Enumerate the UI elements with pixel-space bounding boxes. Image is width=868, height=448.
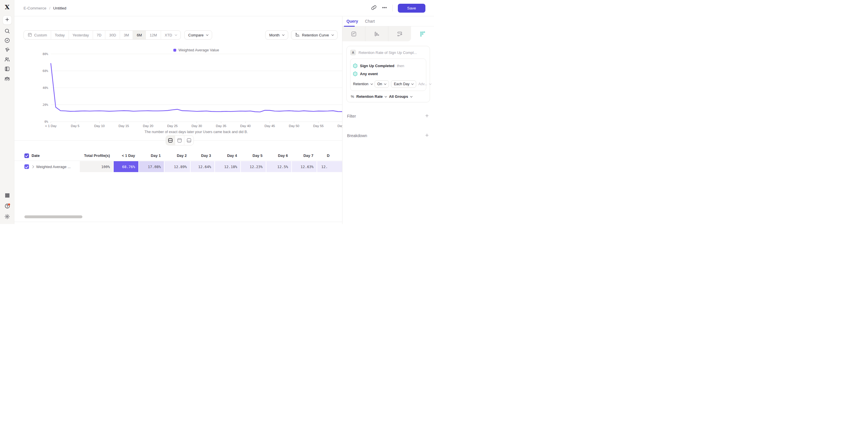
report-type-switcher	[342, 26, 434, 41]
boards-icon[interactable]	[0, 66, 14, 72]
svg-text:Day 25: Day 25	[167, 124, 178, 128]
cell-day7[interactable]: 12.63%	[291, 161, 317, 172]
select-all-checkbox[interactable]	[24, 153, 29, 158]
layout-table-only-button[interactable]	[184, 136, 193, 145]
settings-gear-icon[interactable]	[0, 214, 14, 219]
cell-total-profiles[interactable]: 100%	[79, 161, 113, 172]
retention-report-tab-active[interactable]	[411, 26, 434, 41]
active-tab-underline	[344, 26, 355, 27]
retention-table: Date Total Profile(s) < 1 Day Day 1 Day …	[14, 150, 342, 172]
chevron-down-icon	[206, 33, 208, 36]
row-checkbox[interactable]	[24, 164, 29, 169]
retention-type-dropdown[interactable]: Retention	[353, 82, 373, 86]
create-new-button[interactable]	[3, 15, 12, 25]
date-range-3m[interactable]: 3M	[120, 31, 133, 39]
date-range-today[interactable]: Today	[51, 31, 69, 39]
chevron-down-icon	[411, 82, 414, 84]
cell-day3[interactable]: 12.64%	[190, 161, 214, 172]
return-event-row[interactable]: Any event	[353, 70, 423, 78]
column-header-day1[interactable]: Day 1	[138, 150, 164, 161]
cell-day8-clipped[interactable]: 12.	[317, 161, 342, 172]
save-button[interactable]: Save	[398, 4, 425, 12]
groups-dropdown[interactable]: All Groups	[389, 94, 412, 99]
mixpanel-logo[interactable]: X	[0, 3, 14, 11]
date-range-xtd[interactable]: XTD	[161, 31, 181, 39]
horizontal-scrollbar-thumb[interactable]	[24, 215, 82, 218]
retention-line-chart[interactable]: 0%20%40%60%80%< 1 DayDay 5Day 10Day 15Da…	[34, 51, 342, 131]
layout-split-view-button[interactable]	[166, 136, 175, 145]
help-icon[interactable]	[0, 203, 14, 209]
percent-symbol: %	[351, 94, 354, 99]
column-header-day8-clipped[interactable]: D	[317, 150, 342, 161]
svg-text:80%: 80%	[42, 52, 48, 56]
top-bar: E-Commerce / Untitled Save	[14, 0, 434, 16]
date-range-12m[interactable]: 12M	[146, 31, 161, 39]
first-event-row[interactable]: Sign Up Completed then	[353, 62, 423, 70]
insights-report-tab[interactable]	[342, 26, 365, 41]
breadcrumb-report-title[interactable]: Untitled	[53, 6, 66, 10]
column-header-day3[interactable]: Day 3	[190, 150, 214, 161]
metric-dropdown[interactable]: Retention Rate	[356, 94, 387, 99]
advanced-dropdown[interactable]: Adv...	[418, 82, 431, 86]
search-icon[interactable]	[0, 28, 14, 34]
column-header-day5[interactable]: Day 5	[240, 150, 266, 161]
date-range-yesterday[interactable]: Yesterday	[69, 31, 93, 39]
events-cursor-icon[interactable]	[0, 47, 14, 53]
add-filter-button[interactable]	[425, 113, 429, 119]
layout-chart-only-button[interactable]	[175, 136, 184, 145]
cohorts-icon[interactable]	[0, 76, 14, 82]
cell-day4[interactable]: 12.18%	[214, 161, 241, 172]
granularity-button[interactable]: Month	[265, 30, 288, 40]
query-panel: Query Chart A Retention Rate of Sign Up …	[342, 16, 434, 224]
svg-text:Day 40: Day 40	[240, 124, 251, 128]
tab-chart[interactable]: Chart	[365, 19, 375, 24]
date-range-custom[interactable]: Custom	[24, 31, 51, 39]
date-range-7d[interactable]: 7D	[93, 31, 105, 39]
copy-link-icon[interactable]	[371, 5, 377, 11]
cell-day1[interactable]: 17.08%	[138, 161, 164, 172]
users-icon[interactable]	[0, 57, 14, 62]
then-label: then	[397, 64, 404, 68]
table-row-weighted-average[interactable]: Weighted Average ... 100% 68.76% 17.08% …	[14, 161, 342, 172]
column-header-total-profiles[interactable]: Total Profile(s)	[79, 150, 113, 161]
tab-query[interactable]: Query	[346, 19, 358, 24]
compare-button[interactable]: Compare	[184, 30, 212, 40]
row-label: Weighted Average ...	[36, 165, 71, 169]
svg-text:Day 10: Day 10	[94, 124, 104, 128]
chevron-down-icon	[370, 82, 373, 84]
cell-day2[interactable]: 12.89%	[164, 161, 190, 172]
add-breakdown-button[interactable]	[425, 133, 429, 139]
cell-lt1day[interactable]: 68.76%	[113, 161, 138, 172]
flows-report-tab[interactable]	[389, 26, 411, 41]
column-header-lt1day[interactable]: < 1 Day	[113, 150, 138, 161]
return-event-label: Any event	[360, 72, 378, 76]
column-header-day6[interactable]: Day 6	[266, 150, 291, 161]
date-range-6m-selected[interactable]: 6M	[133, 31, 146, 39]
report-controls: Custom Today Yesterday 7D 30D 3M 6M 12M …	[24, 30, 338, 40]
retention-curve-icon	[295, 32, 300, 38]
chart-type-button[interactable]: Retention Curve	[291, 30, 338, 40]
svg-text:Day 50: Day 50	[289, 124, 299, 128]
more-options-icon[interactable]	[382, 5, 387, 11]
series-title[interactable]: Retention Rate of Sign Up Compl...	[359, 50, 417, 55]
column-header-day2[interactable]: Day 2	[164, 150, 190, 161]
date-range-30d[interactable]: 30D	[105, 31, 120, 39]
series-a-badge: A	[350, 49, 356, 55]
funnels-report-tab[interactable]	[365, 26, 389, 41]
each-day-dropdown[interactable]: Each Day	[391, 80, 416, 88]
cell-day6[interactable]: 12.5%	[266, 161, 291, 172]
breadcrumb-project[interactable]: E-Commerce	[24, 6, 46, 10]
toolbar-divider	[392, 5, 393, 11]
cell-day5[interactable]: 12.23%	[240, 161, 266, 172]
breakdown-section-label: Breakdown	[347, 133, 367, 138]
on-dropdown[interactable]: On	[375, 80, 389, 88]
column-header-day7[interactable]: Day 7	[291, 150, 317, 161]
chevron-down-icon	[429, 82, 431, 84]
column-header-date[interactable]: Date	[32, 153, 40, 158]
row-expand-chevron-icon[interactable]	[31, 165, 34, 168]
apps-grid-icon[interactable]	[0, 193, 14, 198]
column-header-day4[interactable]: Day 4	[214, 150, 240, 161]
svg-text:20%: 20%	[42, 103, 48, 107]
compass-icon[interactable]	[0, 38, 14, 43]
chevron-down-icon	[175, 33, 177, 36]
